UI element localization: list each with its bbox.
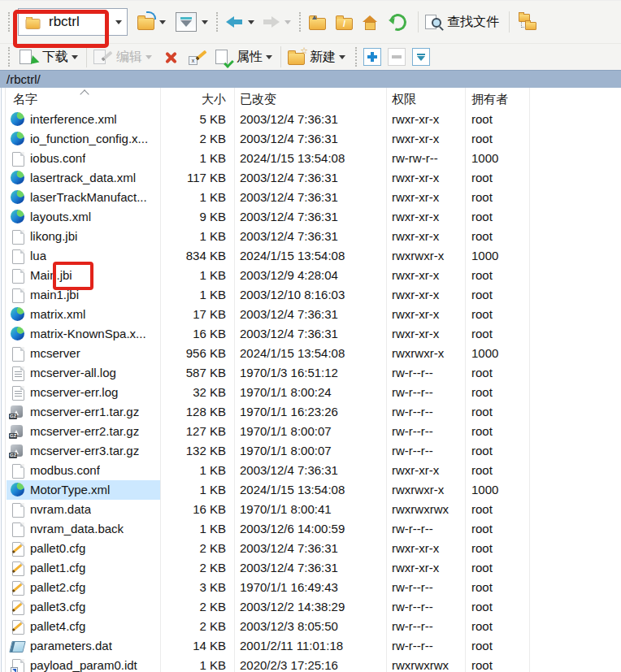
table-row[interactable]: interference.xml5 KB2003/12/4 7:36:31rwx… [0,110,621,129]
cell-rights: rwxrwxr-x [392,246,444,266]
table-row[interactable]: payload_param0.idt1 KB2020/2/3 17:25:16r… [0,656,621,672]
cell-rights: rw-r--r-- [392,422,433,441]
cell-changed: 2001/2/11 11:01:18 [240,636,343,656]
directory-tree-button[interactable] [515,11,537,33]
cell-changed: 2003/12/4 7:36:31 [240,188,338,207]
delete-x-icon [163,50,179,65]
filter-toggle-button[interactable] [412,48,430,66]
file-actions-toolbar: 下载 编辑 x 属性 ☆ 新建 [0,43,621,70]
chevron-down-icon[interactable] [115,20,122,24]
back-dropdown[interactable] [248,20,254,24]
add-button[interactable] [363,48,381,66]
properties-button[interactable]: 属性 [214,47,264,67]
cell-name: Main.jbi [30,266,72,285]
table-row[interactable]: layouts.xml9 KB2003/12/4 7:36:31rwxr-xr-… [0,207,621,227]
table-row[interactable]: matrix.xml17 KB2003/12/4 7:36:31rwxr-xr-… [0,305,621,324]
toolbar-grip[interactable] [216,12,221,32]
toolbar-grip[interactable] [8,47,13,67]
toolbar-grip[interactable] [355,47,360,67]
download-button[interactable]: 下载 [18,47,70,67]
doc-file-icon [12,230,24,245]
cell-rights: rwxr-xr-x [392,129,439,149]
table-row[interactable]: lua834 KB2024/1/15 13:54:08rwxrwxr-x1000 [0,246,621,266]
open-directory-button[interactable] [136,13,156,32]
cell-owner: 1000 [471,246,498,266]
filter-button[interactable] [174,11,198,33]
forward-arrow-icon [263,16,280,28]
delete-button[interactable] [162,48,180,67]
cell-size: 1 KB [163,149,226,168]
table-row[interactable]: pallet2.cfg3 KB1970/1/1 16:49:43rw-r--r-… [0,578,621,597]
cell-rights: rw-r--r-- [392,363,433,383]
download-dropdown[interactable] [72,55,78,59]
toolbar-grip[interactable] [299,12,304,32]
table-row[interactable]: nvram.data16 KB1970/1/1 8:00:41rwxrwxrwx… [0,500,621,519]
table-row[interactable]: matrix-KnownSpa.x...16 KB2003/12/4 7:36:… [0,324,621,344]
back-button[interactable] [224,15,245,29]
cfg-file-icon [12,561,24,576]
table-row[interactable]: laserTrackManufact...1 KB2003/12/4 7:36:… [0,188,621,207]
open-folder-icon [137,18,154,30]
cell-owner: root [471,461,493,480]
home-directory-button[interactable] [361,14,380,31]
new-dropdown[interactable] [339,55,345,59]
cell-owner: root [471,402,493,422]
table-row[interactable]: pallet3.cfg2 KB2003/12/2 14:38:29rw-r--r… [0,597,621,617]
cell-owner: 1000 [471,344,498,363]
column-header-changed[interactable]: 已改变 [240,88,276,110]
filter-dropdown[interactable] [202,20,208,24]
doc-file-icon [12,269,24,284]
table-row[interactable]: iobus.conf1 KB2024/1/15 13:54:08rw-rw-r-… [0,149,621,168]
cell-rights: rwxr-xr-x [392,558,439,578]
gz-file-icon: GZ [11,425,23,437]
table-row[interactable]: pallet1.cfg2 KB2003/12/4 7:36:31rwxr-xr-… [0,558,621,578]
table-row[interactable]: io_function_config.x...2 KB2003/12/4 7:3… [0,129,621,149]
refresh-button[interactable] [388,12,408,33]
cell-rights: rwxr-xr-x [392,539,439,558]
back-arrow-icon [226,16,243,28]
column-header-size[interactable]: 大小 [163,88,226,110]
table-row[interactable]: mcserver956 KB2024/1/15 13:54:08rwxrwxr-… [0,344,621,363]
folder-tree-icon [516,13,536,31]
properties-dropdown[interactable] [266,55,272,59]
path-bar[interactable]: /rbctrl/ [0,70,621,88]
cell-changed: 1970/1/3 16:51:12 [240,363,338,383]
cell-changed: 2024/1/15 13:54:08 [240,246,345,266]
table-row[interactable]: mcserver-err.log32 KB1970/1/1 8:00:24rw-… [0,383,621,402]
table-row[interactable]: pallet0.cfg2 KB2003/12/4 7:36:31rwxr-xr-… [0,539,621,558]
table-row[interactable]: lasertrack_data.xml117 KB2003/12/4 7:36:… [0,168,621,188]
table-row[interactable]: pallet4.cfg2 KB2003/12/3 8:05:50rw-r--r-… [0,617,621,636]
parent-directory-button[interactable] [307,13,328,32]
table-row[interactable]: nvram_data.back1 KB2003/12/6 14:00:59rw-… [0,519,621,539]
toolbar-grip[interactable] [8,12,13,32]
table-row[interactable]: GZmcserver-err1.tar.gz128 KB1970/1/1 16:… [0,402,621,422]
edit-label: 编辑 [116,49,142,66]
table-row[interactable]: GZmcserver-err2.tar.gz127 KB1970/1/1 8:0… [0,422,621,441]
table-row[interactable]: main1.jbi1 KB2003/12/10 8:16:03rwxr-xr-x… [0,285,621,305]
table-row[interactable]: likong.jbi1 KB2003/12/4 7:36:31rwxr-xr-x… [0,227,621,246]
table-row[interactable]: MotorType.xml1 KB2024/1/15 13:54:08rwxrw… [0,480,621,500]
table-row[interactable]: Main.jbi1 KB2003/12/9 4:28:04rwxr-xr-xro… [0,266,621,285]
column-header-name[interactable]: 名字 [13,88,37,110]
cell-rights: rw-r--r-- [392,597,433,617]
cell-changed: 2024/1/15 13:54:08 [240,480,345,500]
navigation-toolbar: rbctrl / 查找文件 [0,1,621,43]
cell-owner: root [471,383,493,402]
cell-changed: 1970/1/1 16:49:43 [240,578,338,597]
rename-button[interactable]: x [187,48,209,67]
table-row[interactable]: GZmcserver-err3.tar.gz132 KB1970/1/1 8:0… [0,441,621,461]
cell-size: 16 KB [163,324,226,344]
table-row[interactable]: parameters.dat14 KB2001/2/11 11:01:18rw-… [0,636,621,656]
directory-combo[interactable]: rbctrl [18,8,128,36]
cell-name: matrix.xml [30,305,85,324]
table-row[interactable]: modbus.conf1 KB2003/12/4 7:36:31rwxr-xr-… [0,461,621,480]
root-directory-button[interactable]: / [334,13,354,32]
open-directory-dropdown[interactable] [159,20,166,24]
column-header-owner[interactable]: 拥有者 [471,88,508,110]
new-button[interactable]: ☆ 新建 [286,47,337,67]
column-header-rights[interactable]: 权限 [392,88,416,110]
table-row[interactable]: mcserver-all.log587 KB1970/1/3 16:51:12r… [0,363,621,383]
edit-icon [93,50,111,65]
cell-rights: rwxr-xr-x [392,461,439,480]
find-files-button[interactable]: 查找文件 [423,12,501,33]
